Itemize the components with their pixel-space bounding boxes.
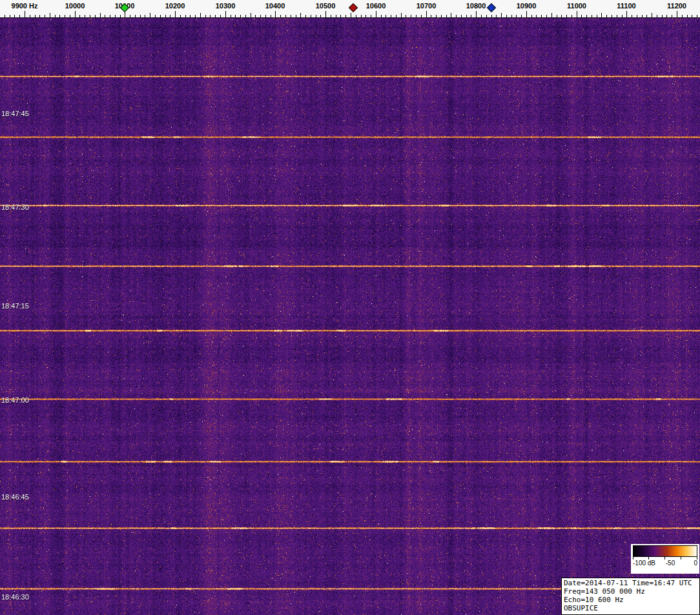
freq-tick	[612, 15, 612, 17]
freq-tick	[160, 15, 161, 17]
freq-tick	[340, 15, 341, 17]
freq-tick	[672, 15, 672, 17]
freq-tick	[39, 15, 40, 17]
db-label-mid: -50	[666, 560, 675, 567]
freq-tick	[59, 15, 60, 17]
freq-tick	[682, 15, 683, 17]
freq-label: 10400	[265, 2, 285, 10]
freq-tick	[175, 11, 176, 17]
freq-tick	[145, 15, 145, 17]
freq-tick	[652, 13, 652, 17]
freq-label: 10700	[417, 2, 437, 10]
freq-tick	[561, 15, 562, 17]
db-color-scale: -100 dB -50 0	[631, 544, 699, 574]
freq-label: 10800	[466, 2, 486, 10]
db-scale-labels: -100 dB -50 0	[633, 560, 697, 567]
freq-tick	[110, 15, 110, 17]
freq-tick	[496, 15, 497, 17]
freq-tick	[431, 15, 431, 17]
freq-tick	[697, 15, 697, 17]
freq-tick	[185, 15, 186, 17]
time-label: 18:47:30	[1, 203, 29, 211]
freq-tick	[501, 13, 502, 17]
freq-tick	[526, 11, 527, 17]
freq-tick	[356, 15, 356, 17]
freq-tick	[85, 15, 85, 17]
freq-tick	[461, 15, 462, 17]
freq-tick	[275, 11, 276, 17]
freq-tick	[456, 15, 457, 17]
freq-tick	[396, 15, 396, 17]
freq-tick	[215, 15, 216, 17]
freq-tick	[421, 15, 422, 17]
freq-tick	[351, 13, 351, 17]
info-line-date: Date=2014-07-11 Time=16:47 UTC	[564, 579, 697, 587]
freq-tick	[481, 15, 482, 17]
freq-tick	[541, 15, 542, 17]
freq-tick	[316, 15, 316, 17]
freq-tick	[471, 15, 471, 17]
time-label: 18:46:45	[1, 493, 29, 501]
freq-tick	[381, 15, 382, 17]
freq-tick	[35, 15, 36, 17]
freq-tick	[325, 11, 326, 17]
red-marker-diamond-icon[interactable]	[349, 3, 358, 12]
freq-tick	[291, 15, 291, 17]
freq-label: 11000	[567, 2, 586, 10]
freq-tick	[666, 15, 667, 17]
freq-tick	[30, 15, 30, 17]
freq-tick	[25, 11, 25, 17]
freq-label: 10300	[216, 2, 236, 10]
freq-tick	[365, 15, 366, 17]
freq-tick	[426, 11, 427, 17]
freq-tick	[677, 11, 677, 17]
frequency-ruler[interactable]: 9900 Hz100001010010200103001040010500106…	[0, 0, 700, 18]
freq-tick	[632, 15, 632, 17]
freq-tick	[476, 11, 477, 17]
info-line-station: OBSUPICE	[564, 604, 697, 612]
freq-tick	[240, 15, 241, 17]
freq-tick	[231, 15, 231, 17]
freq-tick	[155, 15, 156, 17]
freq-tick	[105, 15, 105, 17]
freq-label: 10200	[165, 2, 185, 10]
time-label: 18:47:00	[1, 396, 29, 404]
freq-tick	[546, 15, 547, 17]
freq-tick	[271, 15, 271, 17]
freq-tick	[601, 13, 602, 17]
spectrogram-window: 9900 Hz100001010010200103001040010500106…	[0, 0, 700, 615]
freq-tick	[260, 15, 261, 17]
freq-label: 9900 Hz	[12, 2, 38, 10]
freq-tick	[251, 13, 251, 17]
freq-tick	[79, 15, 80, 17]
freq-tick	[170, 15, 170, 17]
status-info-box: Date=2014-07-11 Time=16:47 UTC Freq=143 …	[561, 578, 700, 615]
freq-tick	[511, 15, 512, 17]
blue-marker-diamond-icon[interactable]	[487, 3, 496, 12]
freq-tick	[75, 11, 76, 17]
freq-tick	[451, 13, 451, 17]
info-line-freq: Freq=143 050 000 Hz	[564, 587, 697, 596]
freq-tick	[622, 15, 623, 17]
freq-tick	[386, 15, 386, 17]
freq-tick	[376, 11, 376, 17]
freq-tick	[50, 13, 50, 17]
freq-tick	[70, 15, 70, 17]
info-line-echo: Echo=10 600 Hz	[564, 596, 697, 604]
waterfall-canvas[interactable]	[0, 18, 700, 615]
freq-tick	[150, 13, 150, 17]
freq-tick	[662, 15, 663, 17]
freq-tick	[521, 15, 522, 17]
freq-tick	[311, 15, 311, 17]
time-label: 18:46:30	[1, 593, 29, 601]
freq-tick	[296, 15, 296, 17]
freq-tick	[120, 15, 121, 17]
freq-tick	[280, 15, 281, 17]
freq-label: 10900	[517, 2, 537, 10]
freq-tick	[416, 15, 417, 17]
freq-tick	[646, 15, 647, 17]
freq-tick	[115, 15, 116, 17]
freq-tick	[436, 15, 437, 17]
freq-tick	[557, 15, 557, 17]
freq-tick	[95, 15, 96, 17]
